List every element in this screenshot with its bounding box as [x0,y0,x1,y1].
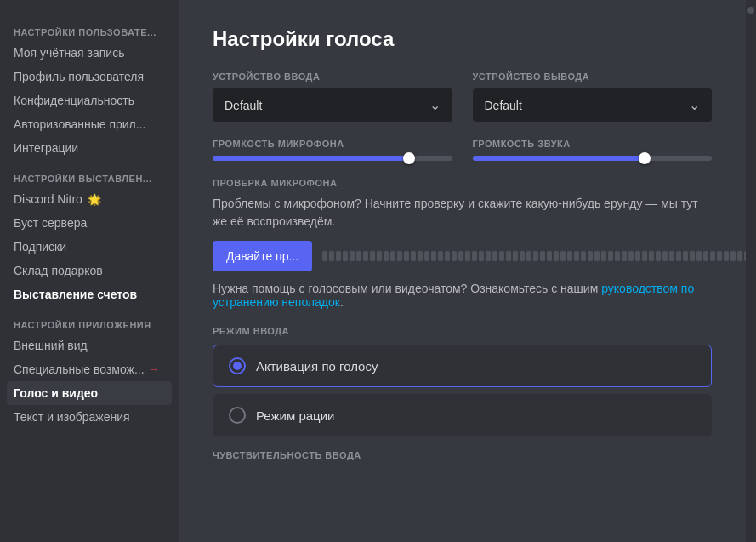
mic-bar [445,251,450,261]
output-device-select[interactable]: Default ⌄ [473,88,713,122]
sidebar-item-appearance[interactable]: Внешний вид [7,334,172,357]
mic-bar [438,251,443,261]
sidebar-item-label: Текст и изображения [14,410,130,424]
sidebar-item-privacy[interactable]: Конфиденциальность [7,88,172,112]
input-mode-ptt[interactable]: Режим рации [213,394,712,436]
mic-bar [458,251,463,261]
sidebar-item-label: Внешний вид [14,339,88,352]
mic-test-button[interactable]: Давайте пр... [213,241,312,271]
sidebar-section-billing: НАСТРОЙКИ ВЫСТАВЛЕН... [7,167,172,187]
slider-fill [473,156,645,161]
sidebar-item-account[interactable]: Моя учётная запись [7,41,172,65]
input-device-select[interactable]: Default ⌄ [213,88,452,122]
input-device-label: УСТРОЙСТВО ВВОДА [213,71,452,82]
sidebar-item-label: Интеграции [14,141,78,155]
mic-bar [343,251,348,261]
arrow-right-icon: → [148,362,160,376]
sidebar-item-accessibility[interactable]: Специальные возмож... → [7,357,172,381]
scroll-up-button[interactable] [747,7,754,14]
sidebar-item-nitro[interactable]: Discord Nitro 🌟 [7,187,172,211]
mic-volume-slider[interactable] [213,156,452,161]
mic-test-section: ПРОВЕРКА МИКРОФОНА Проблемы с микрофоном… [213,178,712,309]
input-device-value: Default [225,99,262,112]
sidebar-item-label: Авторизованные прил... [14,117,145,131]
mic-bar [465,251,470,261]
mic-bar [418,251,423,261]
main-content: Настройки голоса УСТРОЙСТВО ВВОДА Defaul… [179,0,746,542]
sidebar-item-gifts[interactable]: Склад подарков [7,259,172,282]
mic-bar [690,251,695,261]
sidebar: НАСТРОЙКИ ПОЛЬЗОВАТЕ... Моя учётная запи… [0,0,179,542]
mic-bar [615,251,620,261]
mic-bar [669,251,674,261]
mic-bar [397,251,402,261]
mic-bar [513,251,518,261]
mic-test-label: ПРОВЕРКА МИКРОФОНА [213,178,712,188]
nitro-icon: 🌟 [88,193,101,206]
sidebar-item-billing[interactable]: Выставление счетов [7,282,172,306]
mic-bar [526,251,531,261]
mic-bar [730,251,736,261]
mic-bar [540,251,545,261]
sidebar-item-boost[interactable]: Буст сервера [7,211,172,235]
sidebar-item-subscriptions[interactable]: Подписки [7,235,172,259]
mic-bar [431,251,436,261]
sidebar-item-apps[interactable]: Авторизованные прил... [7,112,172,136]
chevron-down-icon: ⌄ [689,97,700,113]
mic-volume-label: ГРОМКОСТЬ МИКРОФОНА [213,139,452,149]
help-text-before: Нужна помощь с голосовым или видеочатом?… [213,282,601,295]
mic-bar [717,251,722,261]
sidebar-item-label: Склад подарков [14,264,103,277]
sound-volume-label: ГРОМКОСТЬ ЗВУКА [473,139,713,149]
input-mode-voice[interactable]: Активация по голосу [213,345,712,387]
sidebar-item-text[interactable]: Текст и изображения [7,405,172,429]
mic-bar [322,251,327,261]
mic-bar [329,251,334,261]
sidebar-item-label: Выставление счетов [14,288,137,301]
sound-volume-col: ГРОМКОСТЬ ЗВУКА [473,139,713,161]
mic-bar [642,251,647,261]
mic-bar [649,251,654,261]
sidebar-item-profile[interactable]: Профиль пользователя [7,65,172,88]
mic-bar [560,251,566,261]
mic-bar [492,251,497,261]
slider-fill [213,156,409,161]
radio-inner [233,362,242,370]
sidebar-item-label: Буст сервера [14,216,87,230]
sidebar-item-label: Профиль пользователя [14,70,144,83]
mic-bar [554,251,559,261]
ptt-label: Режим рации [256,408,334,423]
mic-bar [581,251,586,261]
mic-bar [608,251,613,261]
mic-volume-col: ГРОМКОСТЬ МИКРОФОНА [213,139,452,161]
mic-bar [601,251,606,261]
slider-thumb[interactable] [403,152,415,164]
mic-bar [710,251,715,261]
sidebar-item-voice[interactable]: Голос и видео [7,381,172,405]
volume-row: ГРОМКОСТЬ МИКРОФОНА ГРОМКОСТЬ ЗВУКА [213,139,712,161]
mic-bar [628,251,634,261]
sidebar-item-label: Подписки [14,240,66,254]
help-text: Нужна помощь с голосовым или видеочатом?… [213,282,712,309]
mic-bar [336,251,341,261]
slider-thumb[interactable] [639,152,651,164]
input-mode-label: РЕЖИМ ВВОДА [213,326,712,336]
sidebar-item-label: Конфиденциальность [14,94,134,107]
mic-bar [356,251,361,261]
mic-bars [322,251,746,261]
scroll-indicator [746,0,756,542]
mic-bar [370,251,375,261]
sidebar-item-integrations[interactable]: Интеграции [7,136,172,160]
mic-bar [567,251,572,261]
mic-bar [363,251,368,261]
mic-bar [350,251,355,261]
mic-bar [533,251,538,261]
sound-volume-slider[interactable] [473,156,713,161]
sidebar-item-label: Специальные возмож... [14,362,145,376]
page-title: Настройки голоса [213,27,712,51]
mic-bar [384,251,389,261]
mic-bar [676,251,681,261]
voice-activation-label: Активация по голосу [256,359,378,374]
mic-bar [472,251,477,261]
mic-test-row: Давайте пр... [213,241,712,271]
